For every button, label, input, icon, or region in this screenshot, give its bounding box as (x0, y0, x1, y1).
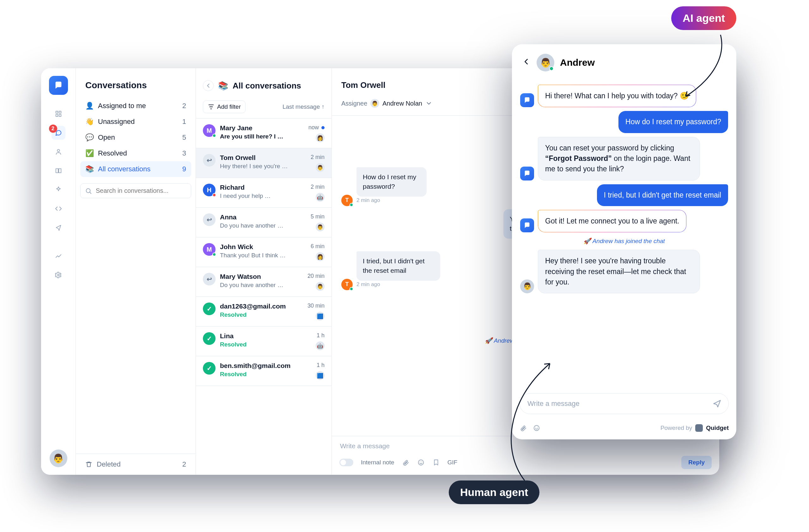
conversation-item[interactable]: ↩ Mary Watson Do you have another … 20 m… (196, 267, 331, 297)
folders-title: Conversations (76, 68, 195, 98)
nav-analytics-icon[interactable] (52, 249, 65, 263)
folder-icon: 💬 (85, 133, 93, 142)
conversation-item[interactable]: H Richard I need your help … 2 min 🤖 (196, 178, 331, 208)
conv-avatar: ✓ (203, 362, 216, 375)
folder-item[interactable]: 📚 All conversations 9 (80, 161, 191, 177)
conv-name: ben.smith@gmail.com (220, 362, 291, 370)
collapse-button[interactable] (203, 80, 213, 91)
conv-assignee-icon: 👩 (316, 252, 325, 261)
widget-agent-avatar: 👨 (537, 54, 554, 71)
folder-label: Assigned to me (98, 102, 146, 110)
nav-share-icon[interactable] (52, 221, 65, 235)
conv-name: Tom Orwell (220, 154, 256, 161)
deleted-label: Deleted (97, 460, 121, 468)
widget-bubble: Got it! Let me connect you to a live age… (538, 210, 686, 232)
self-avatar[interactable]: 👨 (50, 449, 67, 467)
folder-item[interactable]: 👤 Assigned to me 2 (80, 98, 191, 114)
human-agent-avatar-icon: 👨 (520, 279, 534, 293)
widget-system-message: 🚀 Andrew has joined the chat (520, 237, 728, 245)
conv-assignee-icon: 👨 (316, 223, 325, 231)
assignee-avatar: 👨 (371, 99, 379, 108)
chevron-left-icon (205, 82, 212, 89)
bot-avatar-icon (520, 167, 534, 181)
folder-icon: ✅ (85, 149, 93, 157)
conversation-item[interactable]: M John Wick Thank you! But I think … 6 m… (196, 237, 331, 267)
emoji-icon[interactable] (417, 459, 425, 466)
search-icon (85, 187, 92, 194)
gif-button[interactable]: GIF (447, 459, 458, 466)
folder-icon: 👤 (85, 102, 93, 110)
widget-message-row: How do I reset my password? (520, 111, 728, 133)
conv-time: 2 min (311, 154, 325, 160)
conv-preview: I need your help … (220, 192, 306, 200)
conv-avatar: ↩ (203, 154, 216, 167)
folder-item[interactable]: 👋 Unassigned 1 (80, 114, 191, 130)
internal-note-toggle[interactable] (339, 459, 353, 466)
conv-preview: Do you have another … (220, 282, 303, 289)
assignee-picker[interactable]: Assignee 👨 Andrew Nolan (341, 99, 432, 108)
back-button[interactable] (521, 57, 531, 69)
ai-arrow (673, 32, 730, 101)
nav-conversations-icon[interactable]: 2 (52, 126, 65, 140)
stack-icon: 📚 (218, 81, 228, 91)
message-meta: 2 min ago (357, 197, 380, 204)
chevron-down-icon (425, 100, 432, 107)
iconbar: 2 👨 (41, 68, 76, 475)
folder-icon: 📚 (85, 165, 93, 173)
bot-avatar-icon (520, 93, 534, 107)
nav-ai-icon[interactable] (52, 183, 65, 196)
conv-name: dan1263@gmail.com (220, 303, 286, 310)
conversation-item[interactable]: ↩ Tom Orwell Hey there! I see you're … 2… (196, 148, 331, 178)
svg-rect-0 (56, 111, 57, 113)
conv-avatar: H (203, 184, 216, 196)
reply-button[interactable]: Reply (681, 456, 712, 469)
search-input[interactable] (95, 187, 187, 195)
bot-avatar-icon (520, 219, 534, 232)
conversation-item[interactable]: M Mary Jane Are you still here? I … now … (196, 119, 331, 148)
svg-point-4 (57, 150, 59, 152)
deleted-folder[interactable]: Deleted 2 (76, 453, 195, 475)
search-input-wrap[interactable] (80, 183, 191, 198)
svg-point-7 (418, 460, 424, 465)
nav-badge: 2 (49, 124, 57, 133)
powered-by: Powered by Quidget (660, 424, 729, 432)
nav-code-icon[interactable] (52, 202, 65, 216)
widget-bubble: I tried, but I didn't get the reset emai… (597, 184, 728, 206)
folder-count: 1 (182, 118, 186, 126)
customer-avatar: T (341, 279, 353, 290)
add-filter-button[interactable]: Add filter (203, 101, 245, 113)
folder-item[interactable]: 💬 Open 5 (80, 130, 191, 145)
conversation-item[interactable]: ✓ dan1263@gmail.com Resolved 30 min 🟦 (196, 297, 331, 327)
conv-time: 6 min (311, 243, 325, 250)
folder-item[interactable]: ✅ Resolved 3 (80, 145, 191, 161)
conv-time: 1 h (317, 332, 325, 339)
customer-avatar: T (341, 195, 353, 206)
conversation-item[interactable]: ↩ Anna Do you have another … 5 min 👨 (196, 208, 331, 237)
folder-label: Open (98, 133, 115, 142)
folder-label: Unassigned (98, 118, 135, 126)
message-bubble: I tried, but I didn't get the reset emai… (357, 251, 440, 281)
widget-bubble: You can reset your password by clicking … (538, 137, 700, 181)
nav-contacts-icon[interactable] (52, 145, 65, 159)
nav-dashboard-icon[interactable] (52, 107, 65, 121)
conv-preview: Do you have another … (220, 222, 306, 229)
app-logo (49, 76, 68, 95)
conv-assignee-icon: 🤖 (316, 341, 325, 350)
conv-preview: Resolved (220, 341, 311, 348)
conv-avatar: M (203, 243, 216, 256)
widget-bubble: Hey there! I see you're having trouble r… (538, 250, 700, 293)
sort-toggle[interactable]: Last message ↑ (282, 103, 325, 110)
nav-knowledge-icon[interactable] (52, 164, 65, 178)
nav-settings-icon[interactable] (52, 268, 65, 282)
conv-assignee-icon: 🤖 (316, 193, 325, 202)
conv-name: Richard (220, 184, 245, 191)
conv-preview: Resolved (220, 311, 303, 318)
conversation-item[interactable]: ✓ Lina Resolved 1 h 🤖 (196, 327, 331, 356)
attachment-icon[interactable] (402, 459, 410, 466)
human-arrow (493, 357, 563, 484)
bookmark-icon[interactable] (432, 459, 440, 466)
conv-avatar: M (203, 124, 216, 137)
widget-message-row: You can reset your password by clicking … (520, 137, 728, 181)
conversation-item[interactable]: ✓ ben.smith@gmail.com Resolved 1 h 🟦 (196, 356, 331, 386)
send-icon[interactable] (712, 399, 721, 408)
